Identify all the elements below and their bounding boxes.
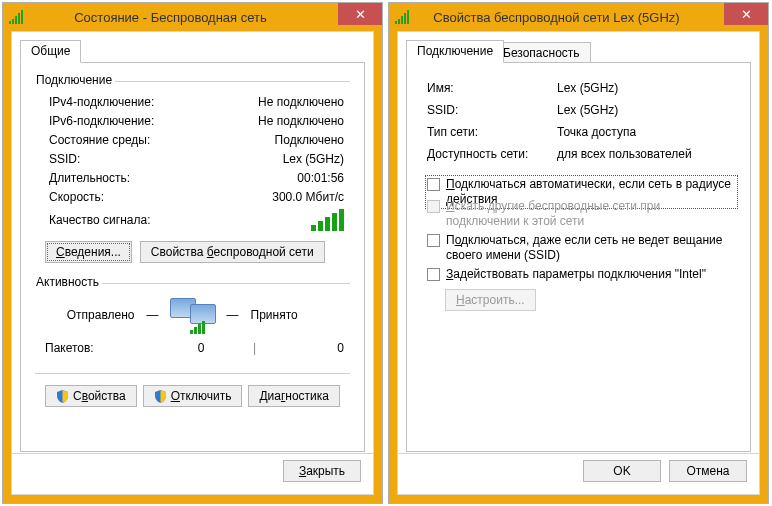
prop-availability: Доступность сети:для всех пользователей: [427, 147, 730, 165]
tab-general[interactable]: Общие: [20, 40, 81, 63]
nettype-value: Точка доступа: [557, 125, 730, 143]
close-window-button[interactable]: Закрыть: [283, 460, 361, 482]
tabstrip: Подключение Безопасность: [406, 40, 751, 64]
client-area: Подключение Безопасность Имя:Lex (5GHz) …: [397, 31, 760, 495]
window-title: Состояние - Беспроводная сеть: [23, 10, 338, 25]
name-label: Имя:: [427, 81, 557, 99]
signal-strength-icon: [395, 10, 409, 24]
packets-sent-value: 0: [125, 341, 245, 355]
shield-icon: [56, 390, 69, 403]
divider: [398, 453, 759, 454]
ipv6-value: Не подключено: [224, 112, 344, 131]
checkbox-intel-label: Задействовать параметры подключения "Int…: [446, 267, 706, 282]
speed-label: Скорость:: [49, 188, 224, 207]
checkbox-icon: [427, 268, 440, 281]
network-activity-icon: [164, 298, 222, 332]
disable-button-label: Отключить: [171, 389, 232, 403]
configure-button-label: Настроить...: [456, 293, 525, 307]
ssid-label: SSID:: [427, 103, 557, 121]
ipv4-value: Не подключено: [224, 93, 344, 112]
details-button[interactable]: Сведения...: [45, 241, 132, 263]
speed-value: 300.0 Мбит/с: [224, 188, 344, 207]
packets-received-value: 0: [265, 341, 345, 355]
configure-button: Настроить...: [445, 289, 536, 311]
diagnose-button[interactable]: Диагностика: [248, 385, 340, 407]
shield-icon: [154, 390, 167, 403]
divider: [35, 373, 350, 374]
row-speed: Скорость:300.0 Мбит/с: [49, 188, 344, 207]
properties-button[interactable]: Свойства: [45, 385, 137, 407]
row-quality: Качество сигнала:: [49, 207, 344, 233]
close-icon: ✕: [355, 7, 366, 22]
avail-value: для всех пользователей: [557, 147, 730, 165]
tab-connection[interactable]: Подключение: [406, 40, 504, 63]
titlebar[interactable]: Свойства беспроводной сети Lex (5GHz) ✕: [389, 3, 768, 31]
tab-security[interactable]: Безопасность: [492, 42, 591, 63]
diagnose-button-label: Диагностика: [259, 389, 329, 403]
wireless-properties-window: Свойства беспроводной сети Lex (5GHz) ✕ …: [388, 2, 769, 504]
divider: [12, 453, 373, 454]
duration-value: 00:01:56: [224, 169, 344, 188]
cancel-button[interactable]: Отмена: [669, 460, 747, 482]
ipv4-label: IРv4-подключение:: [49, 93, 224, 112]
name-value: Lex (5GHz): [557, 81, 730, 99]
checkbox-connect-hidden[interactable]: Подключаться, даже если сеть не ведет ве…: [427, 233, 736, 263]
tabstrip: Общие: [20, 40, 365, 64]
ssid-label: SSID:: [49, 150, 224, 169]
nettype-label: Тип сети:: [427, 125, 557, 143]
checkbox-intel[interactable]: Задействовать параметры подключения "Int…: [427, 267, 736, 282]
checkbox-hidden-label: Подключаться, даже если сеть не ведет ве…: [446, 233, 736, 263]
row-ssid: SSID:Lex (5GHz): [49, 150, 344, 169]
wireless-props-button[interactable]: Свойства беспроводной сети: [140, 241, 325, 263]
prop-name: Имя:Lex (5GHz): [427, 81, 730, 99]
ssid-value: Lex (5GHz): [224, 150, 344, 169]
window-title: Свойства беспроводной сети Lex (5GHz): [409, 10, 724, 25]
close-window-button-label: Закрыть: [299, 464, 345, 478]
prop-nettype: Тип сети:Точка доступа: [427, 125, 730, 143]
checkbox-icon: [427, 200, 440, 213]
activity-sent-label: Отправлено: [41, 308, 147, 322]
wireless-props-button-label: Свойства беспроводной сети: [151, 245, 314, 259]
row-ipv6: IРv6-подключение:Не подключено: [49, 112, 344, 131]
signal-strength-icon: [9, 10, 23, 24]
group-activity-label: Активность: [33, 275, 102, 289]
media-value: Подключено: [224, 131, 344, 150]
tab-page-general: Подключение IРv4-подключение:Не подключе…: [20, 62, 365, 452]
signal-quality-icon: [311, 209, 344, 231]
close-button[interactable]: ✕: [338, 3, 382, 25]
ok-button[interactable]: OK: [583, 460, 661, 482]
checkbox-icon: [427, 178, 440, 191]
group-connection-label: Подключение: [33, 73, 115, 87]
quality-label: Качество сигнала:: [49, 211, 224, 230]
checkbox-icon: [427, 234, 440, 247]
row-duration: Длительность:00:01:56: [49, 169, 344, 188]
row-ipv4: IРv4-подключение:Не подключено: [49, 93, 344, 112]
duration-label: Длительность:: [49, 169, 224, 188]
checkbox-search-other: Искать другие беспроводные сети при подк…: [427, 199, 736, 229]
close-icon: ✕: [741, 7, 752, 22]
properties-button-label: Свойства: [73, 389, 126, 403]
close-button[interactable]: ✕: [724, 3, 768, 25]
prop-ssid: SSID:Lex (5GHz): [427, 103, 730, 121]
ipv6-label: IРv6-подключение:: [49, 112, 224, 131]
media-label: Состояние среды:: [49, 131, 224, 150]
disable-button[interactable]: Отключить: [143, 385, 243, 407]
avail-label: Доступность сети:: [427, 147, 557, 165]
packets-label: Пакетов:: [45, 341, 125, 355]
checkbox-search-other-label: Искать другие беспроводные сети при подк…: [446, 199, 736, 229]
tab-page-connection: Имя:Lex (5GHz) SSID:Lex (5GHz) Тип сети:…: [406, 62, 751, 452]
row-media: Состояние среды:Подключено: [49, 131, 344, 150]
ssid-value: Lex (5GHz): [557, 103, 730, 121]
titlebar[interactable]: Состояние - Беспроводная сеть ✕: [3, 3, 382, 31]
status-window: Состояние - Беспроводная сеть ✕ Общие По…: [2, 2, 383, 504]
client-area: Общие Подключение IРv4-подключение:Не по…: [11, 31, 374, 495]
details-button-label: Сведения...: [56, 245, 121, 259]
activity-received-label: Принято: [239, 308, 345, 322]
